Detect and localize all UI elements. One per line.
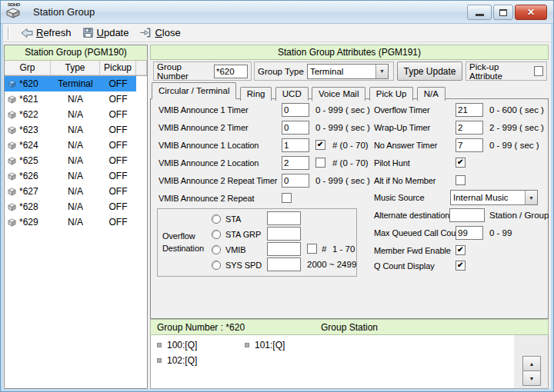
bullet-icon — [245, 343, 249, 347]
announce1-location-checkbox[interactable] — [315, 140, 325, 150]
group-type-dropdown[interactable]: Terminal ▼ — [307, 64, 389, 79]
alternate-destination-input[interactable] — [449, 208, 485, 222]
alt-if-no-member-label: Alt if No Member — [374, 174, 436, 188]
close-button[interactable]: ✕ — [515, 5, 547, 20]
member-fwd-enable-label: Member Fwd Enable — [374, 244, 451, 257]
alternate-destination-label: Alternate destination — [374, 208, 449, 222]
announce2-repeat-checkbox[interactable] — [282, 193, 292, 203]
sys-spd-radio-label: SYS SPD — [225, 258, 262, 272]
column-header-type[interactable]: Type — [51, 61, 100, 75]
scroll-up-button[interactable]: ▲ — [522, 356, 541, 371]
member-fwd-enable-checkbox[interactable] — [456, 245, 466, 255]
update-button[interactable]: Update — [77, 25, 135, 40]
table-row[interactable]: *623 N/A OFF — [5, 122, 147, 138]
sta-destination-input[interactable] — [267, 211, 301, 225]
bullet-icon — [157, 358, 162, 363]
announce1-location-input[interactable] — [282, 138, 309, 152]
tab-pick-up[interactable]: Pick Up — [369, 87, 414, 101]
q-count-display-checkbox[interactable] — [456, 261, 466, 271]
vmib-destination-input[interactable] — [267, 242, 301, 256]
close-window-button[interactable]: Close — [134, 25, 185, 40]
sta-grp-radio[interactable] — [212, 230, 221, 239]
group-type-group: Group Type Terminal ▼ — [254, 61, 394, 81]
group-cube-icon — [8, 188, 16, 196]
music-source-label: Music Source — [374, 191, 424, 204]
table-row[interactable]: *626 N/A OFF — [5, 168, 147, 184]
table-row[interactable]: *620 Terminal OFF — [5, 76, 147, 91]
overflow-destination-label-2: Destination — [162, 241, 204, 255]
table-row[interactable]: *627 N/A OFF — [5, 184, 147, 199]
pilot-hunt-checkbox[interactable] — [456, 158, 466, 168]
sta-grp-destination-input[interactable] — [267, 227, 301, 241]
vmib-radio-label: VMIB — [225, 243, 246, 257]
pickup-attribute-group: Pick-up Attribute — [466, 61, 547, 81]
table-row[interactable]: *622 N/A OFF — [5, 107, 147, 122]
chevron-down-icon[interactable]: ▼ — [375, 65, 388, 78]
left-panel-header: Station Group (PGM190) — [5, 45, 147, 61]
alt-if-no-member-checkbox[interactable] — [456, 175, 466, 185]
q-count-display-label: Q Count Display — [374, 259, 435, 273]
group-cube-icon — [8, 203, 16, 211]
chevron-down-icon[interactable]: ▼ — [525, 191, 537, 204]
table-row[interactable]: *628 N/A OFF — [5, 199, 147, 214]
announce2-location-input[interactable] — [282, 156, 309, 170]
group-number-input[interactable] — [214, 65, 248, 78]
group-cube-icon — [8, 111, 16, 119]
list-item[interactable]: 101:[Q] — [245, 340, 285, 350]
close-icon: ✕ — [527, 7, 535, 18]
announce2-timer-input[interactable] — [282, 121, 309, 135]
vmib-range-hint: 1 - 70 — [332, 242, 355, 256]
table-row[interactable]: *621 N/A OFF — [5, 91, 147, 107]
max-queued-call-count-input[interactable] — [456, 226, 483, 240]
vmib-radio[interactable] — [212, 245, 221, 254]
minimize-button[interactable] — [467, 5, 492, 20]
max-queued-call-count-hint: 0 - 99 — [489, 226, 512, 240]
announce2-repeat-timer-input[interactable] — [282, 174, 309, 188]
table-row[interactable]: *629 N/A OFF — [5, 214, 147, 230]
tab-circular-terminal[interactable]: Circular / Terminal — [152, 82, 236, 99]
tab-voice-mail[interactable]: Voice Mail — [312, 87, 365, 101]
no-answer-timer-input[interactable] — [456, 138, 483, 152]
announce2-repeat-timer-label: VMIB Announce 2 Repeat Timer — [159, 174, 277, 188]
pickup-attribute-label: Pick-up Attribute — [469, 62, 531, 81]
table-row[interactable]: *625 N/A OFF — [5, 153, 147, 168]
attributes-header: Station Group Attributes (PGM191) — [150, 45, 549, 60]
scroll-down-button[interactable]: ▼ — [522, 370, 541, 386]
group-station-title: Group Station — [151, 320, 548, 335]
type-update-button[interactable]: Type Update — [397, 61, 462, 81]
tab-ucd[interactable]: UCD — [275, 87, 309, 101]
group-cube-icon — [8, 218, 16, 227]
column-header-grp[interactable]: Grp — [5, 61, 51, 75]
overflow-timer-input[interactable] — [456, 103, 483, 117]
tab-ring[interactable]: Ring — [240, 87, 272, 101]
sys-spd-destination-input[interactable] — [267, 257, 301, 271]
refresh-button[interactable]: Refresh — [15, 25, 77, 41]
group-number-label: Group Number — [157, 62, 211, 81]
group-cube-icon — [8, 95, 16, 104]
no-answer-timer-label: No Answer Timer — [374, 138, 437, 152]
wrap-up-timer-input[interactable] — [456, 121, 483, 135]
tab-na[interactable]: N/A — [417, 87, 446, 101]
sta-grp-radio-label: STA GRP — [225, 228, 261, 241]
vmib-hash-hint: # — [322, 242, 326, 256]
column-header-blank — [136, 61, 147, 75]
list-item[interactable]: 100:[Q] — [157, 340, 197, 350]
group-type-label: Group Type — [258, 67, 304, 76]
announce1-location-label: VMIB Announce 1 Location — [159, 138, 259, 152]
announce2-location-checkbox[interactable] — [315, 158, 325, 168]
column-header-pickup[interactable]: Pickup — [100, 61, 136, 75]
toolbar: Refresh Update Close — [3, 24, 551, 42]
list-item[interactable]: 102:[Q] — [157, 355, 197, 366]
bullet-icon — [157, 343, 162, 347]
maximize-button[interactable] — [493, 5, 513, 20]
table-row[interactable]: *624 N/A OFF — [5, 138, 147, 153]
announce2-location-hint: # (0 - 70) — [332, 156, 369, 170]
vmib-hash-checkbox[interactable] — [307, 244, 317, 254]
sys-spd-radio[interactable] — [212, 261, 221, 270]
wrap-up-timer-label: Wrap-Up Timer — [374, 121, 430, 135]
announce1-timer-input[interactable] — [282, 103, 309, 117]
arrow-up-icon: ▲ — [529, 361, 535, 367]
sta-radio[interactable] — [212, 214, 221, 224]
music-source-dropdown[interactable]: Internal Music ▼ — [450, 190, 538, 205]
pickup-attribute-checkbox[interactable] — [534, 66, 543, 76]
